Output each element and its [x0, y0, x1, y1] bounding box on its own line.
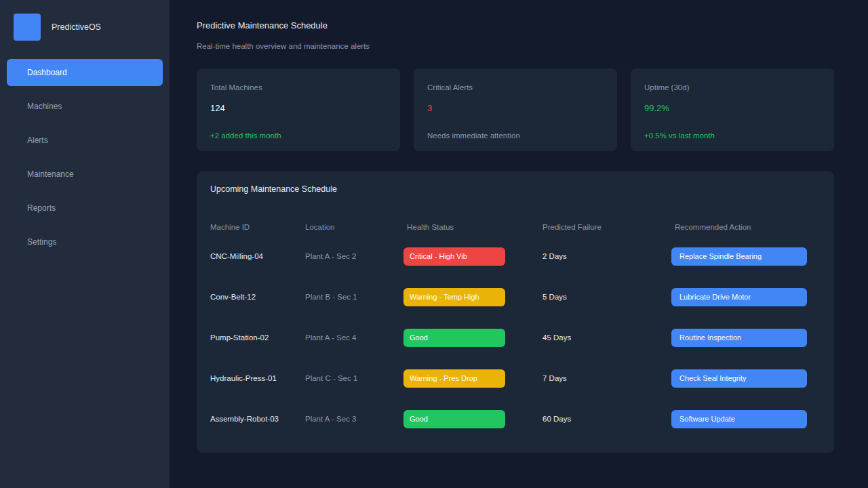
predicted-failure: 5 Days: [542, 293, 675, 301]
sidebar-item-machines[interactable]: Machines: [7, 93, 163, 120]
action-button[interactable]: Routine Inspection: [671, 329, 807, 347]
table-row: Assembly-Robot-03 Plant A - Sec 3 Good 6…: [210, 399, 821, 439]
column-header-location: Location: [305, 223, 407, 231]
page-subtitle: Real-time health overview and maintenanc…: [197, 42, 834, 50]
table-title: Upcoming Maintenance Schedule: [210, 184, 821, 194]
column-header-predicted-failure: Predicted Failure: [542, 223, 675, 231]
stat-label: Total Machines: [210, 83, 387, 92]
table-row: Hydraulic-Press-01 Plant C - Sec 1 Warni…: [210, 358, 821, 399]
status-badge: Good: [403, 329, 505, 347]
stat-note: +2 added this month: [210, 131, 387, 140]
status-badge: Critical - High Vib: [403, 247, 505, 266]
action-button[interactable]: Check Seal Integrity: [671, 369, 807, 388]
machine-id: Pump-Station-02: [210, 333, 305, 342]
sidebar-item-settings[interactable]: Settings: [7, 228, 163, 256]
stat-value: 124: [210, 103, 387, 113]
machine-id: Assembly-Robot-03: [210, 415, 305, 423]
sidebar-item-dashboard[interactable]: Dashboard: [7, 59, 163, 86]
table-row: CNC-Milling-04 Plant A - Sec 2 Critical …: [210, 236, 821, 277]
action-button[interactable]: Lubricate Drive Motor: [671, 288, 807, 306]
stats-row: Total Machines 124 +2 added this month C…: [197, 68, 834, 151]
stat-note: Needs immediate attention: [427, 131, 604, 140]
location: Plant A - Sec 4: [305, 333, 407, 342]
table-row: Conv-Belt-12 Plant B - Sec 1 Warning - T…: [210, 277, 821, 317]
location: Plant A - Sec 2: [305, 252, 407, 260]
table-row: Pump-Station-02 Plant A - Sec 4 Good 45 …: [210, 317, 821, 358]
machine-id: Hydraulic-Press-01: [210, 374, 305, 382]
sidebar-nav: Dashboard Machines Alerts Maintenance Re…: [7, 59, 163, 256]
main-content: Predictive Maintenance Schedule Real-tim…: [170, 0, 868, 488]
brand-name: PredictiveOS: [52, 22, 101, 32]
action-button[interactable]: Replace Spindle Bearing: [671, 247, 807, 266]
location: Plant B - Sec 1: [305, 293, 407, 301]
action-button[interactable]: Software Update: [671, 410, 807, 428]
stat-value: 3: [427, 103, 604, 113]
stat-card-uptime: Uptime (30d) 99.2% +0.5% vs last month: [631, 68, 834, 151]
stat-card-total-machines: Total Machines 124 +2 added this month: [197, 68, 400, 151]
status-badge: Warning - Pres Drop: [403, 369, 505, 388]
maintenance-schedule-card: Upcoming Maintenance Schedule Machine ID…: [197, 171, 834, 453]
column-header-health-status: Health Status: [407, 223, 542, 231]
stat-label: Critical Alerts: [427, 83, 604, 92]
machine-id: CNC-Milling-04: [210, 252, 305, 260]
location: Plant C - Sec 1: [305, 374, 407, 382]
stat-value: 99.2%: [644, 103, 821, 113]
brand: PredictiveOS: [7, 14, 163, 41]
column-header-machine-id: Machine ID: [210, 223, 305, 231]
stat-label: Uptime (30d): [644, 83, 821, 92]
machine-id: Conv-Belt-12: [210, 293, 305, 301]
location: Plant A - Sec 3: [305, 415, 407, 423]
predicted-failure: 2 Days: [542, 252, 675, 260]
brand-logo-icon: [14, 14, 41, 41]
stat-note: +0.5% vs last month: [644, 131, 821, 140]
sidebar-item-alerts[interactable]: Alerts: [7, 127, 163, 154]
column-header-recommended-action: Recommended Action: [675, 223, 821, 231]
predicted-failure: 7 Days: [542, 374, 675, 382]
status-badge: Good: [403, 410, 505, 428]
predicted-failure: 45 Days: [542, 333, 675, 342]
stat-card-critical-alerts: Critical Alerts 3 Needs immediate attent…: [414, 68, 617, 151]
sidebar-item-reports[interactable]: Reports: [7, 195, 163, 222]
sidebar: PredictiveOS Dashboard Machines Alerts M…: [0, 0, 170, 488]
sidebar-item-maintenance[interactable]: Maintenance: [7, 161, 163, 188]
predicted-failure: 60 Days: [542, 415, 675, 423]
status-badge: Warning - Temp High: [403, 288, 505, 306]
page-title: Predictive Maintenance Schedule: [197, 20, 834, 30]
table-header-row: Machine ID Location Health Status Predic…: [210, 218, 821, 236]
